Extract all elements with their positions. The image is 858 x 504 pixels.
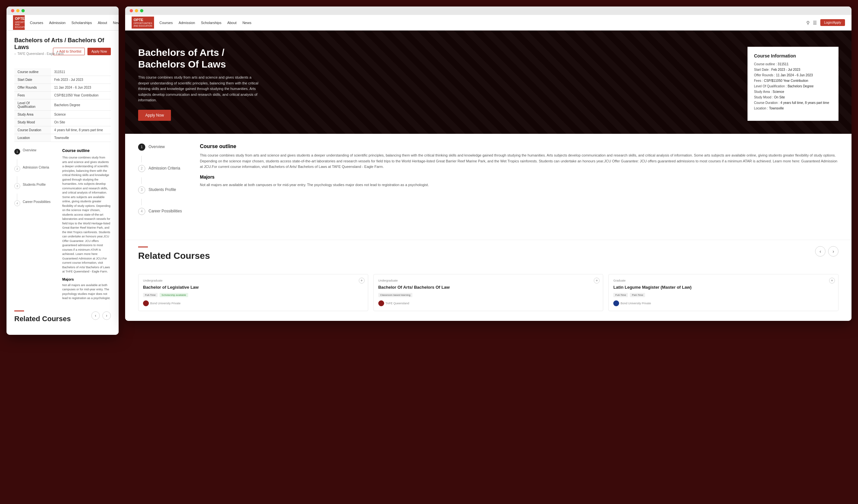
right-sections-nav: 1 Overview 2 Admission Criteria 3 Studen… (138, 144, 190, 220)
left-info-table: Course outline 311511 Start Date Feb 202… (14, 68, 111, 142)
majors-text: Not all majors are available at both cam… (62, 283, 111, 301)
right-hero-left: Bachelors of Arts /Bachelors Of Laws Thi… (138, 47, 738, 121)
right-connector-1 (141, 156, 142, 162)
right-uni-logo-0 (143, 300, 149, 306)
right-logo: OPTE OPPORTUNITIESAND EDUCATION (132, 17, 154, 29)
right-carousel-next[interactable]: › (828, 246, 839, 257)
section-line-1 (17, 159, 17, 166)
left-nav-courses[interactable]: Courses (30, 21, 43, 25)
table-label: Start Date (14, 76, 51, 84)
table-value: CSP/$11050 Year Contribution (51, 92, 111, 99)
right-related-title: Related Courses (138, 251, 210, 261)
section-num-2: 2 (14, 166, 20, 172)
right-course-badge-0: Undergraduate (143, 279, 363, 282)
right-course-title-0: Bachelor of Legislative Law (143, 285, 363, 290)
right-info-row-2: Offer Rounds : 11 Jan 2024 - 6 Jun 2023 (754, 74, 832, 77)
table-value: On Site (51, 118, 111, 126)
left-course-text: Course outline This course combines stud… (62, 148, 111, 304)
right-logo-sub: OPPORTUNITIESAND EDUCATION (133, 22, 152, 27)
table-row: Course Duration 4 years full time, 8 yea… (14, 126, 111, 134)
right-uni-logo-1 (378, 300, 384, 306)
right-section-num-1: 1 (138, 144, 145, 151)
right-nav-about[interactable]: About (227, 21, 237, 25)
left-nav-news[interactable]: News (113, 21, 118, 25)
right-course-card-0: + Undergraduate Bachelor of Legislative … (138, 274, 368, 311)
left-nav-admission[interactable]: Admission (49, 21, 66, 25)
table-row: Fees CSP/$11050 Year Contribution (14, 92, 111, 99)
right-info-row-0: Course outline : 311511 (754, 62, 832, 66)
right-related-section: Related Courses ‹ › + Undergraduate Bach… (125, 240, 852, 321)
right-card-plus-2[interactable]: + (829, 278, 835, 283)
right-dot-green (140, 9, 143, 12)
left-nav: OPTE OPPORTUNITIESAND EDUCATION Courses … (6, 15, 118, 31)
table-label: Location (14, 134, 51, 142)
course-outline-heading: Course outline (62, 148, 111, 153)
left-carousel-prev[interactable]: ‹ (91, 311, 100, 320)
right-section-label-1: Overview (148, 144, 165, 149)
section-num-4: 4 (14, 200, 20, 206)
right-course-uni-1: TAFE Queensland (378, 300, 599, 306)
table-row: Level Of Qualification Bachelors Degree (14, 99, 111, 111)
dot-yellow (16, 9, 19, 12)
left-browser-chrome (6, 6, 118, 15)
left-apply-button[interactable]: Apply Now (88, 48, 111, 55)
right-search-icon[interactable]: ⚲ (806, 20, 810, 25)
left-two-col: 1 Overview 2 Admission Criteria 3 Studen… (14, 148, 111, 304)
left-browser-window: OPTE OPPORTUNITIESAND EDUCATION Courses … (6, 6, 118, 335)
right-nav: OPTE OPPORTUNITIESAND EDUCATION Courses … (125, 15, 852, 31)
table-value: Townsville (51, 134, 111, 142)
right-course-title-1: Bachelor Of Arts/ Bachelors Of Law (378, 285, 599, 290)
right-hero-desc: This course combines study from arts and… (138, 75, 261, 103)
left-section-1[interactable]: 1 Overview (14, 148, 51, 155)
right-section-2[interactable]: 2 Admission Criteria (138, 165, 190, 172)
right-carousel-prev[interactable]: ‹ (815, 246, 826, 257)
left-section-2[interactable]: 2 Admission Criteria (14, 166, 51, 172)
section-num-1: 1 (14, 149, 20, 155)
table-row: Course outline 311511 (14, 68, 111, 76)
table-label: Study Area (14, 111, 51, 118)
right-menu-icon[interactable]: ☰ (813, 20, 817, 25)
right-majors-text: Not all majors are available at both cam… (200, 182, 839, 188)
right-hero-apply-button[interactable]: Apply Now (138, 110, 171, 121)
right-two-col: 1 Overview 2 Admission Criteria 3 Studen… (138, 144, 839, 220)
right-hero-info-card: Course Information Course outline : 3115… (747, 47, 839, 121)
left-sections-nav: 1 Overview 2 Admission Criteria 3 Studen… (14, 148, 51, 304)
right-section-num-2: 2 (138, 165, 145, 172)
right-course-uni-2: Bond University Private (613, 300, 833, 306)
table-label: Fees (14, 92, 51, 99)
table-value: Feb 2023 - Jul 2023 (51, 76, 111, 84)
right-login-button[interactable]: Login/Apply (820, 19, 845, 26)
left-carousel-next[interactable]: › (102, 311, 111, 320)
right-nav-scholarships[interactable]: Scholarships (201, 21, 221, 25)
right-info-row-8: Location : Townsville (754, 107, 832, 110)
right-connector-2 (141, 177, 142, 184)
right-majors-heading: Majors (200, 174, 839, 180)
right-course-badge-2: Graduate (613, 279, 833, 282)
left-section-4[interactable]: 4 Career Possibilities (14, 200, 51, 206)
left-related-title: Related Courses (14, 315, 71, 323)
right-course-title-2: Latin Legume Magister (Master of Law) (613, 285, 833, 290)
right-carousel-nav: ‹ › (815, 246, 839, 257)
right-nav-news[interactable]: News (242, 21, 252, 25)
course-outline-text: This course combines study from arts and… (62, 156, 111, 274)
dot-green (21, 9, 25, 12)
left-logo-sub: OPPORTUNITIESAND EDUCATION (15, 21, 23, 29)
left-carousel-nav: ‹ › (91, 311, 111, 320)
right-course-uni-0: Bond University Private (143, 300, 363, 306)
right-course-tags-1: Classroom based learning (378, 293, 599, 297)
right-section-4[interactable]: 4 Career Possibilities (138, 208, 190, 215)
right-section-1[interactable]: 1 Overview (138, 144, 190, 151)
table-row: Start Date Feb 2023 - Jul 2023 (14, 76, 111, 84)
left-nav-about[interactable]: About (98, 21, 107, 25)
right-card-plus-1[interactable]: + (594, 278, 600, 283)
table-row: Offer Rounds 11 Jan 2024 - 6 Jun 2023 (14, 84, 111, 92)
right-section-3[interactable]: 3 Students Profile (138, 186, 190, 194)
right-nav-admission[interactable]: Admission (178, 21, 195, 25)
section-num-3: 3 (14, 183, 20, 189)
left-section-3[interactable]: 3 Students Profile (14, 183, 51, 189)
right-nav-courses[interactable]: Courses (159, 21, 173, 25)
right-card-plus-0[interactable]: + (359, 278, 365, 283)
majors-heading: Majors (62, 277, 111, 281)
left-nav-scholarships[interactable]: Scholarships (72, 21, 92, 25)
right-browser-window: OPTE OPPORTUNITIESAND EDUCATION Courses … (125, 6, 852, 321)
